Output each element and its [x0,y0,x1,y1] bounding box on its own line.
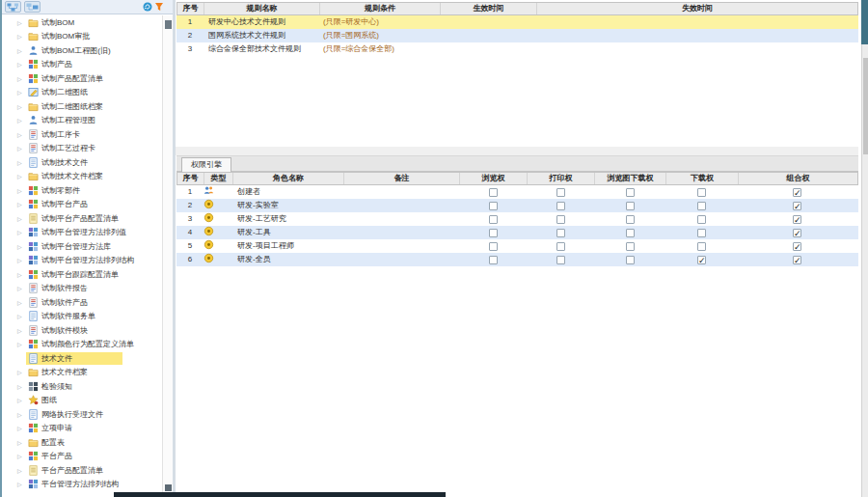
column-header[interactable]: 打印权 [528,173,595,184]
tree-item-body[interactable]: 试制产品 [26,58,74,70]
expander-icon[interactable]: ▷ [17,47,26,54]
perm-checkbox[interactable] [626,229,635,237]
perm-checkbox[interactable] [697,202,706,210]
expander-icon[interactable]: ▷ [17,243,26,250]
tree-item-body[interactable]: 试制软件模块 [26,324,90,337]
expander-icon[interactable]: ▷ [17,453,26,459]
tree-item[interactable]: ▷检验须知 [2,379,162,394]
tree-item-body[interactable]: 试制工序卡 [26,128,82,141]
perm-checkbox[interactable] [793,215,801,224]
tree-item[interactable]: ▷配置表 [2,435,162,450]
expander-icon[interactable]: ▷ [17,397,26,403]
perm-checkbox[interactable] [793,256,801,264]
perm-checkbox[interactable] [626,202,635,210]
expander-icon[interactable]: ▷ [17,229,26,235]
tree-item-body[interactable]: 图纸 [26,394,59,406]
tree-item-body[interactable]: 试制二维图纸档案 [26,100,105,113]
tree-item-body[interactable]: 试制平台管理方法库 [26,240,113,253]
perm-checkbox[interactable] [556,229,565,237]
perm-checkbox[interactable] [489,256,498,264]
perm-checkbox[interactable] [697,229,706,237]
tree-item-body[interactable]: 试制软件报告 [26,282,90,294]
expander-icon[interactable]: ▷ [17,145,26,152]
tree-item-body[interactable]: 试制软件产品 [26,296,90,309]
expander-icon[interactable]: ▷ [17,383,26,390]
column-header[interactable]: 规则名称 [204,3,320,14]
table-row[interactable]: 1研发中心技术文件规则(只限=研发中心) [176,15,858,29]
expander-icon[interactable]: ▷ [17,75,26,82]
tree-item[interactable]: ▷试制BOM审批 [2,30,162,44]
column-header[interactable]: 下载权 [666,173,739,184]
perm-checkbox[interactable] [697,188,706,197]
table-row[interactable]: 5研发-项目工程师 [176,239,858,253]
tree-item[interactable]: ▷试制平台产品配置清单 [2,211,162,226]
expander-icon[interactable]: ▷ [17,159,26,166]
tree-item[interactable]: ▷试制软件服务单 [2,310,162,324]
table-row[interactable]: 3研发-工艺研究 [176,212,858,226]
tree-item-body[interactable]: 试制技术文件档案 [26,170,105,182]
tree-item[interactable]: ▷试制产品 [2,58,162,72]
tree-item[interactable]: ▷网络执行受理文件 [2,407,162,422]
sidebar-scrollbar-thumb[interactable] [165,20,172,29]
tree-item[interactable]: ▷立项申请 [2,422,162,436]
tree-item-body[interactable]: 试制软件服务单 [26,310,97,322]
tree-item[interactable]: ▷试制二维图纸档案 [2,99,162,114]
locate-node-button[interactable] [24,1,41,13]
tree-item-body[interactable]: 检验须知 [26,380,74,393]
tree-item-body[interactable]: 技术文件 [26,352,122,365]
perm-checkbox[interactable] [626,188,635,197]
column-header[interactable]: 失效时间 [537,3,857,14]
sidebar-scrollbar[interactable] [162,15,173,497]
tree-item[interactable]: ▷试制平台管理方法排列值 [2,226,162,240]
column-header[interactable]: 备注 [344,173,460,184]
perm-checkbox[interactable] [489,242,498,251]
perm-checkbox[interactable] [793,188,801,197]
perm-checkbox[interactable] [793,229,801,237]
expander-icon[interactable]: ▷ [17,19,26,26]
tree-item-body[interactable]: 试制技术文件 [26,156,90,169]
tree-item-body[interactable]: 网络执行受理文件 [26,408,105,421]
tree-item[interactable]: ▷试制颜色行为配置定义清单 [2,338,162,352]
tree-item-body[interactable]: 试制BOM [26,16,76,29]
column-header[interactable]: 规则条件 [320,3,441,14]
tree-item[interactable]: ▷技术文件档案 [2,366,162,380]
tree-item[interactable]: ▷试制BOM工程图(旧) [2,43,162,58]
perm-checkbox[interactable] [626,256,635,264]
tree-item-body[interactable]: 平台产品配置清单 [26,464,105,477]
tree-item-body[interactable]: 平台管理方法排列结构 [26,478,121,490]
perm-checkbox[interactable] [697,215,706,224]
expander-icon[interactable]: ▷ [17,89,26,96]
tree-item-body[interactable]: 试制BOM工程图(旧) [26,44,113,57]
tree-item[interactable]: ▷试制软件报告 [2,282,162,296]
tree-item-body[interactable]: 试制产品配置清单 [26,72,105,85]
expander-icon[interactable]: ▷ [17,173,26,179]
expander-icon[interactable]: ▷ [17,299,26,306]
expander-icon[interactable]: ▷ [17,187,26,194]
tree-item-body[interactable]: 试制平台跟踪配置清单 [26,268,121,281]
expander-icon[interactable]: ▷ [17,201,26,207]
tree-item[interactable]: ▷试制技术文件 [2,155,162,170]
column-header[interactable]: 角色名称 [233,173,344,184]
perm-checkbox[interactable] [489,202,498,210]
expander-icon[interactable]: ▷ [17,369,26,375]
expander-icon[interactable]: ▷ [17,313,26,319]
perm-checkbox[interactable] [556,256,565,264]
expander-icon[interactable]: ▷ [17,341,26,347]
perm-checkbox[interactable] [626,215,635,224]
tree-item[interactable]: ▷试制软件产品 [2,295,162,310]
horizontal-splitter[interactable] [176,147,858,155]
tree-item-body[interactable]: 试制平台产品 [26,198,90,210]
sidebar-scrollbar-down-arrow[interactable] [165,484,172,491]
perm-checkbox[interactable] [793,242,801,251]
perm-checkbox[interactable] [489,215,498,224]
tree-item-body[interactable]: 试制平台产品配置清单 [26,212,121,225]
expander-icon[interactable]: ▷ [17,439,26,446]
expander-icon[interactable]: ▷ [17,271,26,278]
main-scrollbar[interactable] [861,44,868,497]
expander-icon[interactable]: ▷ [17,215,26,222]
expander-icon[interactable]: ▷ [17,103,26,110]
tree-item[interactable]: ▷试制平台跟踪配置清单 [2,267,162,282]
perm-checkbox[interactable] [556,242,565,251]
table-row[interactable]: 4研发-工具 [176,226,858,239]
tree-item-body[interactable]: 试制平台管理方法排列结构 [26,254,136,266]
